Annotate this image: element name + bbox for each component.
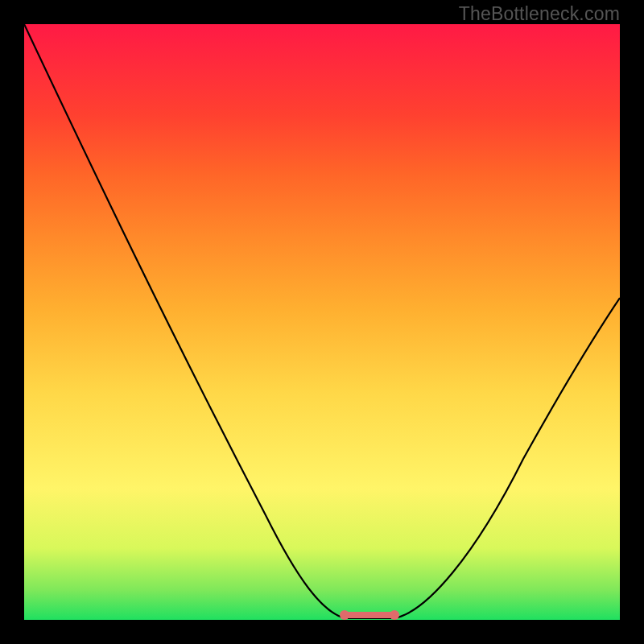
optimal-range-marker xyxy=(343,612,396,618)
plot-area xyxy=(24,24,620,620)
watermark-text: TheBottleneck.com xyxy=(459,3,620,25)
chart-frame: TheBottleneck.com xyxy=(0,0,644,644)
bottleneck-curve xyxy=(24,24,620,620)
